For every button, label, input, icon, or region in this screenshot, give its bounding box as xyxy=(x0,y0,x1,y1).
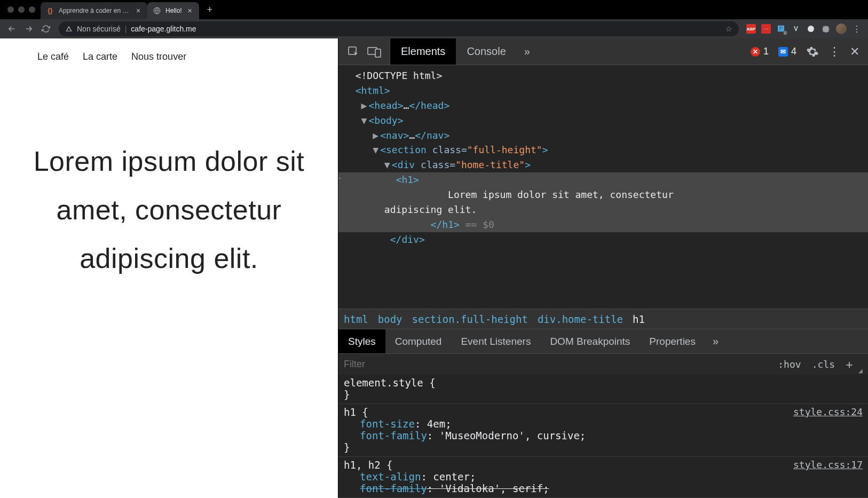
ext-paypal-icon[interactable]: 🅿0 xyxy=(776,24,786,34)
extensions-puzzle-icon[interactable] xyxy=(821,24,831,34)
browser-tab[interactable]: {} Apprendre à coder en HTML, C × xyxy=(41,2,147,19)
hov-button[interactable]: :hov xyxy=(772,359,806,370)
crumb[interactable]: body xyxy=(378,313,403,325)
dom-node[interactable]: </div> xyxy=(390,234,425,245)
dom-tree[interactable]: <!DOCTYPE html> <html> ▶<head>…</head> ▼… xyxy=(338,65,868,309)
favicon-brackets-icon: {} xyxy=(46,6,54,15)
rendered-page: Le café La carte Nous trouver Lorem ipsu… xyxy=(0,38,338,498)
dom-eq0: == $0 xyxy=(460,219,494,230)
rule-selector[interactable]: element.style { xyxy=(344,377,436,389)
style-rule[interactable]: element.style { } xyxy=(338,375,868,404)
tab-close-icon[interactable]: × xyxy=(135,7,142,14)
dom-selected-node[interactable]: <h1> xyxy=(338,172,868,187)
error-badge[interactable]: ✕1 xyxy=(751,46,769,57)
inspect-element-icon[interactable] xyxy=(347,45,360,58)
rule-close: } xyxy=(344,441,350,453)
traffic-min[interactable] xyxy=(18,6,25,13)
new-tab-button[interactable]: + xyxy=(202,2,217,17)
nav-link[interactable]: Le café xyxy=(37,51,69,62)
tab-computed[interactable]: Computed xyxy=(385,329,452,353)
tab-event-listeners[interactable]: Event Listeners xyxy=(451,329,540,353)
info-count: 4 xyxy=(791,46,796,57)
not-secure-icon xyxy=(65,25,73,33)
css-property[interactable]: font-family xyxy=(344,483,427,494)
traffic-max[interactable] xyxy=(29,6,35,13)
styles-filter-input[interactable] xyxy=(344,359,772,370)
cls-button[interactable]: .cls xyxy=(807,359,840,370)
browser-toolbar: Non sécurisé | cafe-page.glitch.me ☆ ABP… xyxy=(0,19,868,38)
rule-source-link[interactable]: style.css:17 xyxy=(793,459,863,470)
traffic-close[interactable] xyxy=(7,6,14,13)
dom-node[interactable]: <body> xyxy=(369,115,404,126)
dom-node[interactable]: <div xyxy=(392,159,421,170)
rule-selector[interactable]: h1 { xyxy=(344,406,368,418)
new-style-rule-icon[interactable]: ＋ xyxy=(840,357,858,373)
tab-close-icon[interactable]: × xyxy=(186,7,194,14)
reload-button[interactable] xyxy=(38,21,53,36)
close-devtools-icon[interactable]: ✕ xyxy=(850,45,859,59)
profile-avatar[interactable] xyxy=(836,23,847,34)
devtools-tab-bar: Elements Console » ✕1 ✉4 ⋮ ✕ xyxy=(338,38,868,65)
device-toolbar-icon[interactable] xyxy=(367,46,381,58)
address-bar[interactable]: Non sécurisé | cafe-page.glitch.me ☆ xyxy=(59,21,739,36)
tab-properties[interactable]: Properties xyxy=(640,329,705,353)
forward-button[interactable] xyxy=(21,21,36,36)
browser-menu-icon[interactable]: ⋮ xyxy=(852,24,862,34)
separator: | xyxy=(125,25,127,33)
info-badge[interactable]: ✉4 xyxy=(778,46,796,57)
hero-heading: Lorem ipsum dolor sit amet, consectetur … xyxy=(32,137,306,283)
css-value[interactable]: 4em; xyxy=(427,418,452,430)
dom-doctype[interactable]: <!DOCTYPE html> xyxy=(356,70,443,81)
kebab-menu-icon[interactable]: ⋮ xyxy=(828,45,840,59)
gear-icon[interactable] xyxy=(806,45,819,58)
tab-title: Apprendre à coder en HTML, C xyxy=(59,7,130,14)
tab-elements[interactable]: Elements xyxy=(390,38,456,65)
browser-tab-strip: {} Apprendre à coder en HTML, C × Hello!… xyxy=(0,0,868,19)
crumb-current[interactable]: h1 xyxy=(633,313,645,325)
window-controls xyxy=(4,6,41,13)
css-value[interactable]: center; xyxy=(433,471,476,483)
security-label: Non sécurisé xyxy=(77,25,121,33)
nav-link[interactable]: La carte xyxy=(83,51,117,62)
styles-filter-bar: :hov .cls ＋ ◢ xyxy=(338,353,868,375)
styles-rules[interactable]: element.style { } style.css:24 h1 { font… xyxy=(338,375,868,498)
devtools-panel: Elements Console » ✕1 ✉4 ⋮ ✕ <!DOCTYPE h… xyxy=(338,38,868,498)
crumb[interactable]: section.full-height xyxy=(412,313,528,325)
tab-console[interactable]: Console xyxy=(456,38,516,65)
svg-point-1 xyxy=(808,26,814,32)
css-property[interactable]: text-align xyxy=(344,471,421,483)
svg-rect-4 xyxy=(375,49,381,57)
dom-node[interactable]: <html> xyxy=(356,85,390,96)
ext-v-icon[interactable]: V xyxy=(791,24,801,34)
dom-node[interactable]: <nav> xyxy=(380,130,409,141)
dom-text[interactable]: Lorem ipsum dolor sit amet, consectetur xyxy=(448,189,674,200)
ext-circle-icon[interactable] xyxy=(806,24,816,34)
css-property[interactable]: font-size xyxy=(344,418,415,430)
tab-dom-breakpoints[interactable]: DOM Breakpoints xyxy=(540,329,640,353)
dom-node[interactable]: </h1> xyxy=(431,219,460,230)
ext-abp-icon[interactable]: ABP xyxy=(746,24,756,34)
browser-tab[interactable]: Hello! × xyxy=(147,2,199,19)
style-rule[interactable]: style.css:17 h1, h2 { text-align: center… xyxy=(338,457,868,498)
style-rule[interactable]: style.css:24 h1 { font-size: 4em; font-f… xyxy=(338,404,868,457)
rule-source-link[interactable]: style.css:24 xyxy=(793,406,863,417)
corner-icon: ◢ xyxy=(858,368,863,375)
ext-lastpass-icon[interactable]: ⋯ xyxy=(761,24,771,34)
crumb[interactable]: div.home-title xyxy=(538,313,623,325)
back-button[interactable] xyxy=(4,21,19,36)
star-icon[interactable]: ☆ xyxy=(725,25,732,33)
rule-selector[interactable]: h1, h2 { xyxy=(344,459,393,471)
css-property[interactable]: font-family xyxy=(344,430,427,441)
nav-link[interactable]: Nous trouver xyxy=(131,51,186,62)
css-value[interactable]: 'MuseoModerno', cursive; xyxy=(439,430,586,441)
more-tabs-icon[interactable]: » xyxy=(705,335,726,347)
more-tabs-icon[interactable]: » xyxy=(517,45,538,58)
site-nav: Le café La carte Nous trouver xyxy=(0,38,338,62)
dom-node[interactable]: <section xyxy=(380,144,432,155)
tab-styles[interactable]: Styles xyxy=(338,329,385,353)
url-text: cafe-page.glitch.me xyxy=(131,25,196,33)
dom-node[interactable]: <head> xyxy=(369,100,404,111)
css-value[interactable]: 'Vidaloka', serif; xyxy=(439,483,549,494)
dom-text[interactable]: adipiscing elit. xyxy=(384,204,477,215)
crumb[interactable]: html xyxy=(344,313,368,325)
